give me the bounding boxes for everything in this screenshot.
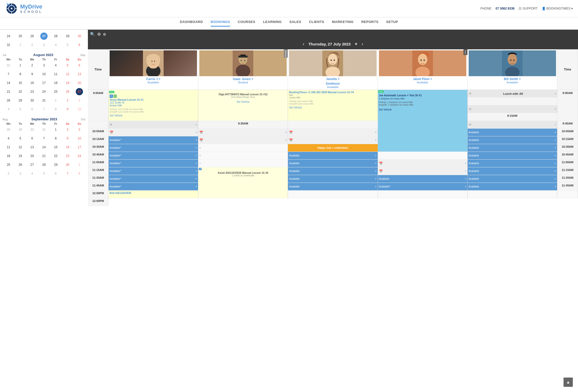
carrie-1045-plus[interactable]: + <box>195 154 197 157</box>
week-day-30[interactable]: 30 <box>76 33 83 40</box>
janet-1145-plus[interactable]: + <box>465 185 466 188</box>
isaac-11am[interactable]: + <box>198 160 288 167</box>
janette-9am-lesson[interactable]: BookingTimes +1 206 202 2920 Manual Less… <box>288 90 378 121</box>
isaac-set-vehicle[interactable]: Set Vehicle <box>199 100 287 103</box>
bill-1115-plus[interactable]: + <box>554 170 556 173</box>
week-day-3a[interactable]: 3 <box>40 41 48 49</box>
prev-day-button[interactable]: ‹ <box>303 41 304 47</box>
carrie-1030-plus[interactable]: + <box>195 146 197 149</box>
janette-1115-plus[interactable]: + <box>375 170 377 173</box>
carrie-1115-plus[interactable]: + <box>195 170 197 173</box>
bill-11am-plus[interactable]: + <box>554 162 556 165</box>
janette-11am-plus[interactable]: + <box>375 162 377 165</box>
bill-1045-plus[interactable]: + <box>554 154 556 157</box>
bill-plus-930[interactable]: + <box>195 123 197 126</box>
week-day-25[interactable]: 25 <box>17 33 24 40</box>
carrie-11am-plus[interactable]: + <box>195 162 197 165</box>
janet-1130-plus[interactable]: + <box>465 177 466 180</box>
week-day-26[interactable]: 26 <box>28 33 36 40</box>
bill-12pm[interactable] <box>557 191 578 198</box>
bill-1130-plus[interactable]: + <box>554 177 556 180</box>
bill-11am[interactable]: Available + <box>468 160 557 167</box>
carrie-1145[interactable]: Available^ + <box>109 183 198 191</box>
bill-10am[interactable]: Available + <box>468 129 557 136</box>
week-day-2a[interactable]: 2 <box>28 41 36 49</box>
bill-1015-plus[interactable]: + <box>554 139 556 142</box>
carrie-add[interactable]: + <box>159 77 161 81</box>
week-day-4a[interactable]: 4 <box>52 41 59 49</box>
bill-plus-945[interactable]: + <box>554 123 556 126</box>
janette-1030-happy[interactable]: Happy July + celebration <box>288 144 378 152</box>
isaac-10am[interactable]: 📅 + <box>198 129 288 136</box>
janette-10am-plus[interactable]: + <box>375 131 377 134</box>
janet-11am[interactable]: 📅 + <box>378 160 468 167</box>
settings-icon[interactable]: ⚙ <box>97 32 101 37</box>
janette-10am[interactable]: 📅 + <box>288 129 378 136</box>
isaac-12pm[interactable] <box>288 191 378 198</box>
nav-setup[interactable]: SETUP <box>386 20 398 27</box>
janette-set-vehicle[interactable]: Set Vehicle <box>289 106 376 109</box>
carrie-10am[interactable]: 📅 + <box>109 129 198 136</box>
week-day-24[interactable]: 24 <box>5 33 12 40</box>
janette-1130-plus[interactable]: + <box>375 177 377 180</box>
week-day-6a[interactable]: 6 <box>76 41 83 49</box>
isaac-11am-plus[interactable]: + <box>199 162 201 165</box>
support-link[interactable]: ⓪ SUPPORT <box>519 6 537 11</box>
nav-marketing[interactable]: MARKETING <box>332 20 354 27</box>
isaac-1045-plus[interactable]: + <box>199 154 201 157</box>
carrie-1145-plus[interactable]: + <box>195 185 197 188</box>
nav-courses[interactable]: COURSES <box>238 20 255 27</box>
bill-1130[interactable]: Available + <box>468 175 557 183</box>
janette-11am[interactable]: Available + <box>288 160 378 167</box>
bill-avail-10am-plus[interactable]: + <box>554 131 556 134</box>
janet-1115[interactable]: 📅 + <box>378 167 468 175</box>
bill-1145-plus[interactable]: + <box>554 185 556 188</box>
bill-1145[interactable]: Available + <box>468 183 557 191</box>
bill-1115[interactable]: Available + <box>468 167 557 175</box>
add-day-button[interactable]: + <box>355 41 358 47</box>
janet-12pm[interactable] <box>468 191 557 198</box>
aug-next[interactable]: Sep <box>80 53 85 57</box>
bill-9am-slot[interactable]: 👁 Lunch with Jill + <box>468 90 557 98</box>
bookingtimes-link[interactable]: 👤 BOOKINGTIMES ▾ <box>542 7 573 10</box>
janet-add[interactable]: + <box>430 77 432 81</box>
nav-dashboard[interactable]: DASHBOARD <box>180 20 203 27</box>
carrie-1045[interactable]: Available^ + <box>109 152 198 160</box>
carrie-1015[interactable]: Available^ + <box>109 136 198 144</box>
search-icon[interactable]: 🔍 <box>90 32 95 37</box>
janette-1115[interactable]: Available + <box>288 167 378 175</box>
carrie-1130-plus[interactable]: + <box>195 177 197 180</box>
settings2-icon[interactable]: ⚙ <box>103 32 106 36</box>
janette-1015[interactable]: 📅 + <box>288 136 378 144</box>
carrie-12pm-lesson[interactable]: Bob 64211810536 <box>109 191 198 198</box>
carrie-1030[interactable]: Available^ + <box>109 144 198 152</box>
isaac-1015[interactable]: 📅 + <box>198 136 288 144</box>
week-day-31[interactable]: 31 <box>5 41 12 49</box>
janette-1045-plus[interactable]: + <box>375 154 377 157</box>
week-day-29[interactable]: 29 <box>64 33 71 40</box>
nav-clients[interactable]: CLIENTS <box>309 20 324 27</box>
isaac-1045[interactable]: + <box>198 152 288 160</box>
janet-1130[interactable]: Available + <box>378 175 468 183</box>
janette-1130[interactable]: Available + <box>288 175 378 183</box>
isaac-1030-plus[interactable]: + <box>199 146 201 149</box>
aug-prev[interactable]: Jul <box>3 53 6 57</box>
isaac-1115-lesson[interactable]: P Kevin 64211810536 Manual Lesson 1h #6 … <box>198 167 288 198</box>
week-day-1a[interactable]: 1 <box>17 41 24 49</box>
carrie-set-vehicle[interactable]: Set Vehicle <box>110 114 197 117</box>
week-day-27[interactable]: 27 <box>40 33 48 40</box>
bill-add[interactable]: + <box>519 77 521 81</box>
carrie-11am[interactable]: Available^ + <box>109 160 198 167</box>
bill-1030[interactable]: Available + <box>468 144 557 152</box>
carrie-1115[interactable]: Available^ + <box>109 167 198 175</box>
nav-sales[interactable]: SALES <box>290 20 301 27</box>
janette-1045[interactable]: Available + <box>288 152 378 160</box>
janet-1045[interactable] <box>378 152 468 160</box>
week-day-28[interactable]: 28 <box>52 33 59 40</box>
janette-1015-plus[interactable]: + <box>375 139 377 142</box>
janet-set-vehicle[interactable]: Set Vehicle <box>379 108 466 111</box>
carrie-10am-plus[interactable]: + <box>195 131 197 134</box>
janet-1145[interactable]: Available^ + <box>378 183 468 191</box>
janette-add[interactable]: + <box>338 77 340 81</box>
isaac-10am-plus[interactable]: + <box>285 131 287 134</box>
